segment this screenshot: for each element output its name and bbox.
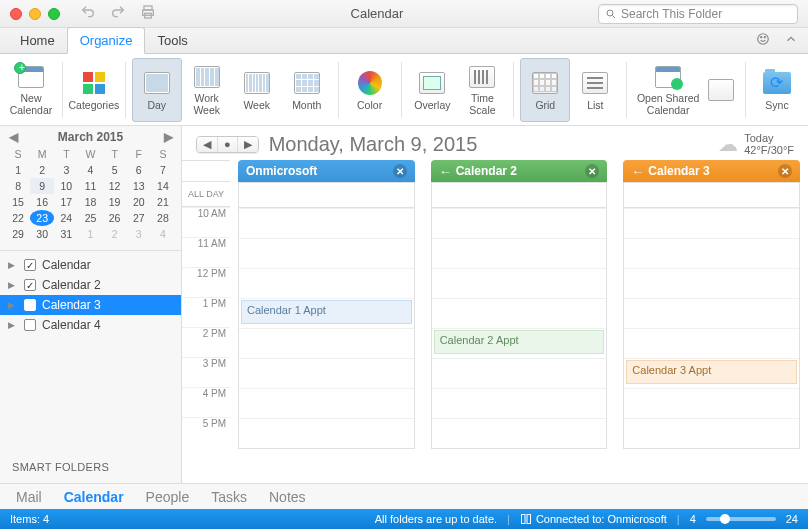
mini-cal-day[interactable]: 28 bbox=[151, 210, 175, 226]
calendar-checkbox[interactable] bbox=[24, 319, 36, 331]
mini-cal-day[interactable]: 25 bbox=[78, 210, 102, 226]
mini-cal-day[interactable]: 7 bbox=[151, 162, 175, 178]
close-window-icon[interactable] bbox=[10, 8, 22, 20]
event-2[interactable]: Calendar 2 Appt bbox=[434, 330, 605, 354]
view-week-button[interactable]: Week bbox=[232, 58, 282, 122]
mini-cal-day[interactable]: 12 bbox=[103, 178, 127, 194]
view-day-button[interactable]: Day bbox=[132, 58, 182, 122]
time-scale-button[interactable]: Time Scale bbox=[457, 58, 507, 122]
disclosure-icon[interactable]: ▶ bbox=[8, 320, 18, 330]
tab-home[interactable]: Home bbox=[8, 28, 67, 53]
mini-cal-day[interactable]: 19 bbox=[103, 194, 127, 210]
group-permissions-button[interactable] bbox=[703, 58, 739, 122]
print-icon[interactable] bbox=[140, 4, 156, 23]
disclosure-icon[interactable]: ▶ bbox=[8, 300, 18, 310]
column-tab-3[interactable]: ← Calendar 3 ✕ bbox=[623, 160, 800, 182]
column-tab-1[interactable]: Onmicrosoft ✕ bbox=[238, 160, 415, 182]
allday-cell-3[interactable] bbox=[623, 182, 800, 208]
mini-cal-day[interactable]: 3 bbox=[127, 226, 151, 242]
mini-cal-day[interactable]: 18 bbox=[78, 194, 102, 210]
allday-cell-2[interactable] bbox=[431, 182, 608, 208]
calendar-list-item[interactable]: ▶Calendar bbox=[0, 255, 181, 275]
sync-button[interactable]: Sync bbox=[752, 58, 802, 122]
mini-cal-day[interactable]: 6 bbox=[127, 162, 151, 178]
today-button-icon[interactable]: ● bbox=[218, 137, 238, 152]
view-workweek-button[interactable]: Work Week bbox=[182, 58, 232, 122]
calendar-list-item[interactable]: ▶Calendar 4 bbox=[0, 315, 181, 335]
mini-cal-day[interactable]: 20 bbox=[127, 194, 151, 210]
undo-icon[interactable] bbox=[80, 4, 96, 23]
allday-cell-1[interactable] bbox=[238, 182, 415, 208]
calendar-list-item[interactable]: ▶Calendar 3 bbox=[0, 295, 181, 315]
merge-arrow-icon[interactable]: ← bbox=[631, 164, 644, 179]
emoji-icon[interactable] bbox=[756, 32, 770, 49]
close-column-3-icon[interactable]: ✕ bbox=[778, 164, 792, 178]
new-calendar-button[interactable]: New Calendar bbox=[6, 58, 56, 122]
mini-cal-day[interactable]: 17 bbox=[54, 194, 78, 210]
day-body-1[interactable]: Calendar 1 Appt bbox=[238, 208, 415, 449]
categories-button[interactable]: Categories bbox=[69, 58, 119, 122]
minimize-window-icon[interactable] bbox=[29, 8, 41, 20]
nav-mail[interactable]: Mail bbox=[16, 489, 42, 505]
mini-cal-day[interactable]: 23 bbox=[30, 210, 54, 226]
mini-cal-day[interactable]: 8 bbox=[6, 178, 30, 194]
column-tab-2[interactable]: ← Calendar 2 ✕ bbox=[431, 160, 608, 182]
view-month-button[interactable]: Month bbox=[282, 58, 332, 122]
overlay-button[interactable]: Overlay bbox=[407, 58, 457, 122]
nav-tasks[interactable]: Tasks bbox=[211, 489, 247, 505]
disclosure-icon[interactable]: ▶ bbox=[8, 280, 18, 290]
tab-organize[interactable]: Organize bbox=[67, 27, 146, 54]
mini-cal-day[interactable]: 4 bbox=[78, 162, 102, 178]
calendar-checkbox[interactable] bbox=[24, 299, 36, 311]
merge-arrow-icon[interactable]: ← bbox=[439, 164, 452, 179]
next-month-icon[interactable]: ▶ bbox=[161, 130, 175, 144]
mini-cal-day[interactable]: 15 bbox=[6, 194, 30, 210]
disclosure-icon[interactable]: ▶ bbox=[8, 260, 18, 270]
mini-cal-day[interactable]: 21 bbox=[151, 194, 175, 210]
close-column-2-icon[interactable]: ✕ bbox=[585, 164, 599, 178]
weather-widget[interactable]: ☁ Today 42°F/30°F bbox=[718, 132, 794, 156]
mini-cal-day[interactable]: 14 bbox=[151, 178, 175, 194]
mini-cal-day[interactable]: 4 bbox=[151, 226, 175, 242]
redo-icon[interactable] bbox=[110, 4, 126, 23]
prev-month-icon[interactable]: ◀ bbox=[6, 130, 20, 144]
list-button[interactable]: List bbox=[570, 58, 620, 122]
mini-cal-day[interactable]: 22 bbox=[6, 210, 30, 226]
next-day-icon[interactable]: ▶ bbox=[238, 137, 258, 152]
mini-cal-day[interactable]: 1 bbox=[6, 162, 30, 178]
mini-cal-day[interactable]: 11 bbox=[78, 178, 102, 194]
mini-cal-day[interactable]: 9 bbox=[30, 178, 54, 194]
prev-day-icon[interactable]: ◀ bbox=[197, 137, 218, 152]
zoom-slider[interactable] bbox=[706, 517, 776, 521]
color-button[interactable]: Color bbox=[345, 58, 395, 122]
event-3[interactable]: Calendar 3 Appt bbox=[626, 360, 797, 384]
mini-cal-day[interactable]: 1 bbox=[78, 226, 102, 242]
mini-cal-day[interactable]: 29 bbox=[6, 226, 30, 242]
mini-cal-day[interactable]: 3 bbox=[54, 162, 78, 178]
calendar-checkbox[interactable] bbox=[24, 279, 36, 291]
close-column-1-icon[interactable]: ✕ bbox=[393, 164, 407, 178]
mini-cal-day[interactable]: 16 bbox=[30, 194, 54, 210]
mini-cal-day[interactable]: 5 bbox=[103, 162, 127, 178]
grid-button[interactable]: Grid bbox=[520, 58, 570, 122]
nav-notes[interactable]: Notes bbox=[269, 489, 306, 505]
mini-cal-day[interactable]: 24 bbox=[54, 210, 78, 226]
mini-cal-day[interactable]: 2 bbox=[30, 162, 54, 178]
event-1[interactable]: Calendar 1 Appt bbox=[241, 300, 412, 324]
mini-cal-day[interactable]: 10 bbox=[54, 178, 78, 194]
mini-cal-day[interactable]: 31 bbox=[54, 226, 78, 242]
calendar-checkbox[interactable] bbox=[24, 259, 36, 271]
nav-people[interactable]: People bbox=[146, 489, 190, 505]
collapse-ribbon-icon[interactable] bbox=[784, 32, 798, 49]
mini-cal-day[interactable]: 27 bbox=[127, 210, 151, 226]
day-body-3[interactable]: Calendar 3 Appt bbox=[623, 208, 800, 449]
nav-calendar[interactable]: Calendar bbox=[64, 489, 124, 505]
day-body-2[interactable]: Calendar 2 Appt bbox=[431, 208, 608, 449]
zoom-window-icon[interactable] bbox=[48, 8, 60, 20]
search-input[interactable]: Search This Folder bbox=[598, 4, 798, 24]
mini-cal-day[interactable]: 13 bbox=[127, 178, 151, 194]
mini-cal-day[interactable]: 26 bbox=[103, 210, 127, 226]
open-shared-calendar-button[interactable]: Open Shared Calendar bbox=[633, 58, 703, 122]
calendar-list-item[interactable]: ▶Calendar 2 bbox=[0, 275, 181, 295]
tab-tools[interactable]: Tools bbox=[145, 28, 199, 53]
